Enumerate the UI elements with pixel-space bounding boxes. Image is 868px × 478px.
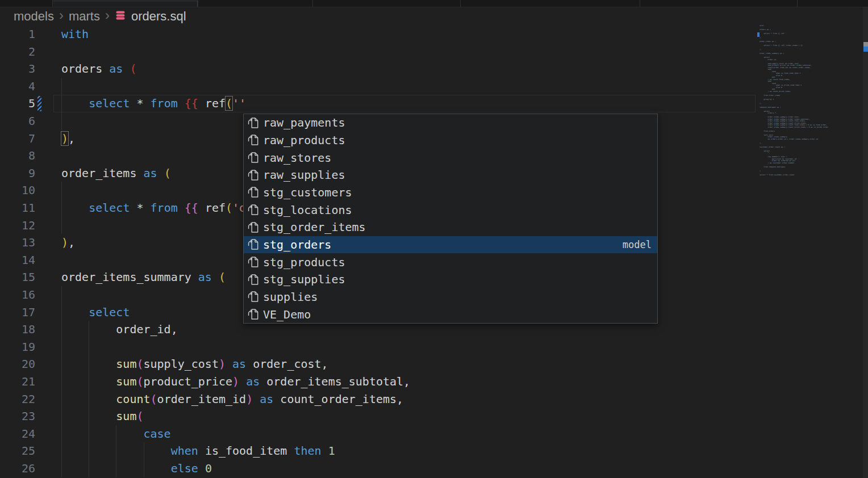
tab-divider <box>52 0 53 7</box>
file-symlink-icon <box>248 117 260 129</box>
suggestion-item[interactable]: stg_locations <box>244 201 657 219</box>
file-symlink-icon <box>248 274 260 286</box>
code-text: order_id, <box>61 321 178 338</box>
indent-guide <box>61 286 62 304</box>
code-text: order_items_summary as ( <box>61 269 226 286</box>
indent-guide <box>61 78 62 95</box>
tab-divider <box>797 0 798 7</box>
indent-guide <box>61 338 62 356</box>
code-line[interactable]: orders as ( <box>0 60 756 78</box>
minimap-modified-marker <box>757 32 760 37</box>
file-symlink-icon <box>248 169 260 181</box>
code-text: select * from {{ ref('' <box>61 95 246 112</box>
code-text: ), <box>61 234 75 251</box>
code-line[interactable]: sum(product_price) as order_items_subtot… <box>0 373 756 391</box>
breadcrumb: models›marts› orders.sql <box>14 7 186 26</box>
code-text: with <box>61 26 89 43</box>
database-icon <box>115 10 126 24</box>
indent-guide <box>61 217 62 234</box>
editor-window: models›marts› orders.sql 1with23orders a… <box>0 0 868 478</box>
code-text: else 0 <box>61 460 212 477</box>
suggestion-label: VE_Demo <box>263 308 311 321</box>
suggestion-item[interactable]: supplies <box>244 288 657 306</box>
minimap-code: with orders as ( select * from {{ ref'' … <box>760 25 861 176</box>
suggestion-label: stg_supplies <box>263 272 345 286</box>
overview-ruler-marker <box>863 47 868 52</box>
file-symlink-icon <box>248 221 260 233</box>
suggestion-label: supplies <box>263 290 318 304</box>
suggestion-label: raw_payments <box>263 116 345 129</box>
code-text: sum(supply_cost) as order_cost, <box>61 355 328 373</box>
file-symlink-icon <box>248 152 260 163</box>
code-line[interactable]: else 0 <box>0 460 756 477</box>
code-line[interactable] <box>0 43 756 61</box>
suggestion-item[interactable]: VE_Demo <box>244 305 657 323</box>
code-text: ), <box>61 130 75 148</box>
file-symlink-icon <box>248 256 260 268</box>
code-line[interactable]: count(order_item_id) as count_order_item… <box>0 391 756 408</box>
indent-guide <box>61 182 62 199</box>
file-symlink-icon <box>248 186 260 198</box>
suggestion-item[interactable]: raw_supplies <box>244 166 657 184</box>
suggestion-item[interactable]: stg_customers <box>244 184 657 202</box>
code-line[interactable] <box>0 78 756 95</box>
breadcrumb-folder[interactable]: marts <box>69 9 100 24</box>
suggestion-item[interactable]: stg_supplies <box>244 271 657 288</box>
tab[interactable] <box>52 1 198 7</box>
breadcrumb-folder[interactable]: models <box>14 9 54 24</box>
breadcrumb-file[interactable]: orders.sql <box>131 9 186 24</box>
overview-ruler-marker <box>863 42 868 47</box>
chevron-right-icon: › <box>59 9 64 22</box>
tab-divider <box>198 0 198 7</box>
tab-divider <box>312 0 313 7</box>
code-line[interactable]: with <box>0 26 756 43</box>
suggestion-label: stg_customers <box>263 186 352 199</box>
chevron-right-icon: › <box>105 9 110 22</box>
code-text: sum(product_price) as order_items_subtot… <box>61 373 410 391</box>
suggestion-item[interactable]: raw_products <box>244 132 657 149</box>
code-text: sum( <box>61 408 144 425</box>
tab-divider <box>640 0 640 7</box>
code-text: when is_food_item then 1 <box>61 442 335 460</box>
suggestion-item[interactable]: raw_stores <box>244 149 657 166</box>
suggestion-item[interactable]: stg_ordersmodel <box>244 236 657 254</box>
code-line[interactable]: case <box>0 425 756 443</box>
suggestion-item[interactable]: raw_payments <box>244 114 657 132</box>
code-line[interactable] <box>0 338 756 356</box>
autocomplete-dropdown[interactable]: raw_payments raw_products raw_stores raw… <box>243 114 658 324</box>
minimap[interactable]: with orders as ( select * from {{ ref'' … <box>760 25 861 184</box>
file-symlink-icon <box>248 291 260 303</box>
code-text: count(order_item_id) as count_order_item… <box>61 391 403 408</box>
suggestion-label: stg_orders <box>263 238 331 251</box>
suggestion-label: raw_products <box>263 133 345 147</box>
code-text: orders as ( <box>61 60 136 78</box>
tab-divider <box>460 0 461 7</box>
file-symlink-icon <box>248 134 260 146</box>
indent-guide <box>89 338 89 356</box>
file-symlink-icon <box>248 238 260 250</box>
indent-guide <box>61 112 62 130</box>
suggestion-label: stg_locations <box>263 203 352 217</box>
suggestion-label: stg_products <box>263 255 345 269</box>
file-symlink-icon <box>248 204 260 216</box>
scrollbar[interactable] <box>863 7 868 478</box>
suggestion-label: raw_stores <box>263 151 331 165</box>
code-line[interactable]: when is_food_item then 1 <box>0 442 756 460</box>
code-line[interactable]: select * from {{ ref('' <box>0 95 756 112</box>
suggestion-item[interactable]: stg_order_items <box>244 219 657 236</box>
code-line[interactable]: sum( <box>0 408 756 425</box>
suggestion-label: raw_supplies <box>263 168 345 182</box>
code-text: case <box>61 425 171 443</box>
file-symlink-icon <box>248 308 260 320</box>
code-text: select <box>61 304 130 321</box>
suggestion-item[interactable]: stg_products <box>244 253 657 271</box>
suggestion-detail: model <box>623 239 652 250</box>
code-line[interactable]: sum(supply_cost) as order_cost, <box>0 355 756 373</box>
code-text: order_items as ( <box>61 165 171 182</box>
suggestion-label: stg_order_items <box>263 220 366 234</box>
